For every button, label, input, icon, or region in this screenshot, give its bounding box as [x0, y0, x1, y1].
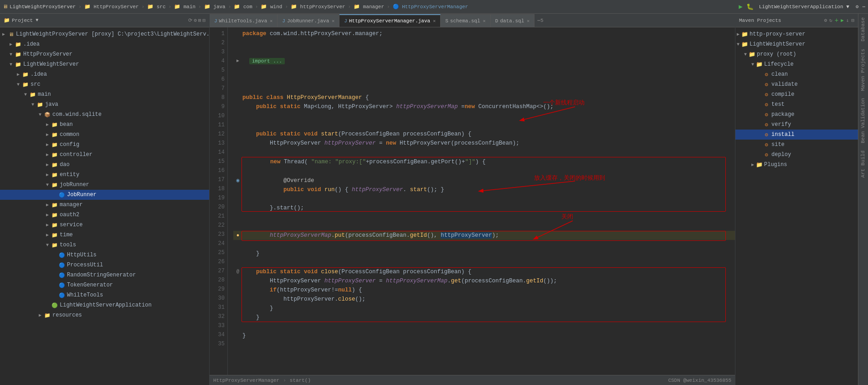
tree-item-root[interactable]: ▶🖥LightWeightProxyServer [proxy] C:\proj…	[0, 29, 209, 39]
tree-item-src[interactable]: ▼📁src	[0, 79, 209, 89]
nav-java[interactable]: 📁 java	[204, 4, 226, 10]
tree-icon-processutil: 🔵	[58, 261, 66, 269]
tree-item-randomstring[interactable]: 🔵RandomStringGenerator	[0, 270, 209, 280]
tab-jobrunner[interactable]: J JobRunner.java ✕	[277, 14, 339, 27]
sidebar-dropdown[interactable]: ▼	[36, 18, 38, 23]
maven-item-3[interactable]: ▼📁Lifecycle	[735, 59, 858, 69]
tree-item-main[interactable]: ▼📁main	[0, 89, 209, 99]
line-numbers: 12345 678910 1112131415 1617181920 21222…	[210, 27, 228, 375]
tree-item-tokengenerator[interactable]: 🔵TokenGenerator	[0, 280, 209, 290]
nav-httpproxyserver-pkg[interactable]: 📁 httpProxyServer	[291, 4, 345, 10]
maven-run-icon[interactable]: ▶	[841, 17, 844, 23]
maven-item-8[interactable]: ⚙package	[735, 109, 858, 120]
code-line-32: }	[233, 313, 735, 322]
sidebar-sync-icon[interactable]: ⟳	[188, 17, 192, 23]
maven-item-5[interactable]: ⚙validate	[735, 79, 858, 89]
run-button[interactable]: ▶	[739, 3, 742, 10]
debug-button[interactable]: 🐛	[746, 3, 754, 10]
vtab-bean[interactable]: Bean Validation	[858, 94, 868, 147]
app-config-label[interactable]: LightWeightServerApplication ▼	[759, 4, 849, 10]
tree-item-java[interactable]: ▼📁java	[0, 99, 209, 109]
tree-icon-root: 🖥	[7, 31, 15, 38]
tree-item-lwserver[interactable]: ▼📁LightWeightServer	[0, 59, 209, 69]
tree-item-dao[interactable]: ▶📁dao	[0, 160, 209, 170]
maven-add-icon[interactable]: +	[835, 17, 838, 24]
tree-item-entity[interactable]: ▶📁entity	[0, 170, 209, 180]
tree-icon-main: 📁	[29, 91, 36, 98]
tree-item-jobrunner-class[interactable]: 🔵JobRunner	[0, 190, 209, 200]
tree-item-manager[interactable]: ▶📁manager	[0, 200, 209, 210]
tree-label-idea1: .idea	[23, 41, 40, 47]
tree-item-bean[interactable]: ▶📁bean	[0, 120, 209, 130]
tree-item-oauth2[interactable]: ▶📁oauth2	[0, 210, 209, 220]
sidebar-collapse-icon[interactable]: ⊟	[202, 17, 205, 23]
nav-src[interactable]: 📁 src	[147, 4, 165, 10]
maven-item-10[interactable]: ⚙install	[735, 130, 858, 140]
vtab-database[interactable]: Database	[858, 14, 868, 45]
tree-item-controller[interactable]: ▶📁controller	[0, 150, 209, 160]
tree-item-config[interactable]: ▶📁config	[0, 140, 209, 150]
tree-item-idea1[interactable]: ▶📁.idea	[0, 39, 209, 49]
maven-item-1[interactable]: ▼📁LightWeightServer	[735, 39, 858, 49]
nav-project-label[interactable]: LightWeightProxyServer	[10, 4, 76, 10]
settings-icon[interactable]: ⚙	[856, 4, 859, 10]
nav-class[interactable]: 🔵 HttpProxyServerManager	[393, 4, 468, 10]
more-icon[interactable]: ⋯	[862, 4, 865, 10]
code-line-15: new Thread( "name: "proxy:["+processConf…	[233, 157, 735, 167]
tab-schema[interactable]: S schema.sql ✕	[441, 14, 491, 27]
maven-item-6[interactable]: ⚙compile	[735, 89, 858, 99]
maven-item-4[interactable]: ⚙clean	[735, 69, 858, 79]
code-editor[interactable]: package com.wind.httpProxyServer.manager…	[228, 27, 735, 375]
tab-data[interactable]: D data.sql ✕	[491, 14, 534, 27]
tree-item-resources[interactable]: ▶📁resources	[0, 310, 209, 320]
tree-label-main: main	[38, 91, 51, 98]
nav-manager[interactable]: 📁 manager	[354, 4, 384, 10]
maven-refresh-icon[interactable]: ↻	[829, 17, 832, 23]
maven-title: Maven Projects	[739, 18, 822, 23]
tree-icon-manager: 📁	[51, 201, 58, 208]
sidebar-gear-icon[interactable]: ⚙	[194, 17, 197, 23]
tree-item-time[interactable]: ▶📁time	[0, 230, 209, 240]
vtab-maven[interactable]: Maven Projects	[858, 45, 868, 94]
tree-item-idea2[interactable]: ▶📁.idea	[0, 69, 209, 79]
sidebar-toolbar: ⟳ ⚙ ⊞ ⊟	[188, 17, 205, 23]
vtab-artbuild[interactable]: Art Build	[858, 147, 868, 181]
code-line-10	[233, 111, 735, 120]
tree-item-httputils[interactable]: 🔵HttpUtils	[0, 250, 209, 260]
tree-item-jobrunner[interactable]: ▼📁jobRunner	[0, 180, 209, 190]
maven-download-icon[interactable]: ⇓	[846, 17, 849, 23]
tree-item-service[interactable]: ▶📁service	[0, 220, 209, 230]
maven-item-2[interactable]: ▼📁proxy (root)	[735, 49, 858, 59]
project-icon: 🖥	[3, 4, 8, 10]
breadcrumb-method: start()	[290, 378, 311, 383]
maven-collapse-icon[interactable]: ⊟	[851, 17, 854, 23]
tree-item-common[interactable]: ▶📁common	[0, 130, 209, 140]
sidebar-expand-icon[interactable]: ⊞	[198, 17, 201, 23]
maven-gear-icon[interactable]: ⚙	[824, 17, 827, 23]
code-line-4: ▶ import ...	[233, 57, 735, 66]
code-line-30: httpProxyServer.close();	[233, 295, 735, 304]
tree-label-randomstring: RandomStringGenerator	[67, 272, 136, 278]
tab-httpproxyservermanager[interactable]: J HttpProxyServerManager.java ✕	[339, 14, 441, 27]
maven-item-0[interactable]: ▶📁http-proxy-server	[735, 29, 858, 39]
nav-main[interactable]: 📁 main	[174, 4, 195, 10]
tree-item-httpproxy[interactable]: ▼📁HttpProxyServer	[0, 49, 209, 59]
tree-item-processutil[interactable]: 🔵ProcessUtil	[0, 260, 209, 270]
maven-item-7[interactable]: ⚙test	[735, 99, 858, 109]
maven-item-11[interactable]: ⚙site	[735, 140, 858, 150]
tree-label-dao: dao	[60, 161, 70, 168]
nav-httpproxy[interactable]: 📁 HttpProxyServer	[84, 4, 139, 10]
maven-item-9[interactable]: ⚙verify	[735, 120, 858, 130]
tree-item-whiltetools[interactable]: 🔵WhilteTools	[0, 290, 209, 300]
maven-item-12[interactable]: ⚙deploy	[735, 150, 858, 160]
tab-whiltetools[interactable]: J WhilteTools.java ✕	[210, 14, 277, 27]
tab-more[interactable]: ⋯5	[534, 17, 546, 23]
tree-item-lwapp[interactable]: 🟢LightWeightServerApplication	[0, 300, 209, 310]
maven-item-13[interactable]: ▶📁Plugins	[735, 160, 858, 170]
nav-com[interactable]: 📁 com	[234, 4, 252, 10]
tree-icon-jobrunner-class: 🔵	[58, 191, 66, 198]
nav-wind[interactable]: 📁 wind	[261, 4, 282, 10]
tree-item-comsqlite[interactable]: ▼📦com.wind.sqlite	[0, 109, 209, 120]
tree-item-tools[interactable]: ▼📁tools	[0, 240, 209, 250]
tree-icon-service: 📁	[51, 221, 58, 229]
